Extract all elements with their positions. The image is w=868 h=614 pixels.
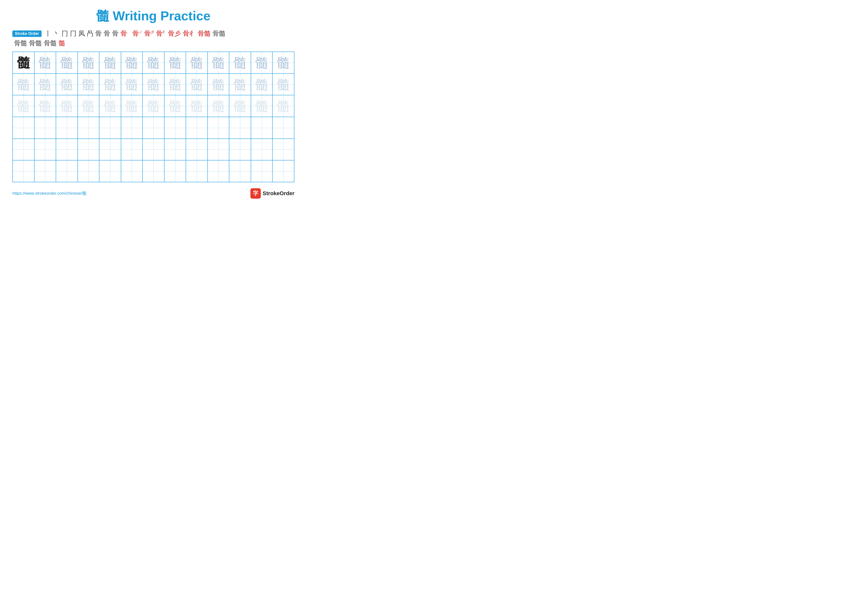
grid-cell[interactable] [56, 160, 78, 182]
grid-cell[interactable]: 髓 [143, 52, 164, 73]
grid-cell[interactable] [99, 160, 121, 182]
stroke-14: 骨⼺ [168, 30, 181, 37]
grid-cell[interactable] [251, 160, 273, 182]
footer-url[interactable]: https://www.strokeorder.com/chinese/髓 [12, 190, 86, 196]
grid-cell[interactable] [164, 139, 186, 160]
grid-cell[interactable]: 髓 [208, 95, 229, 117]
grid-cell[interactable] [99, 139, 121, 160]
grid-cell[interactable]: 髓 [164, 52, 186, 73]
grid-cell[interactable] [78, 160, 99, 182]
practice-char: 髓 [17, 78, 30, 91]
grid-cell[interactable] [34, 117, 56, 139]
stroke-1: ⼁ [45, 30, 51, 37]
grid-cell[interactable]: 髓 [34, 95, 56, 117]
grid-cell[interactable] [273, 117, 294, 139]
grid-cell[interactable] [12, 160, 34, 182]
grid-cell[interactable]: 髓 [56, 73, 78, 95]
grid-cell[interactable]: 髓 [186, 73, 208, 95]
grid-cell[interactable] [208, 139, 229, 160]
grid-cell[interactable] [78, 139, 99, 160]
grid-cell[interactable]: 髓 [12, 95, 34, 117]
grid-cell[interactable] [56, 117, 78, 139]
grid-cell[interactable] [99, 117, 121, 139]
grid-cell[interactable]: 髓 [164, 73, 186, 95]
grid-cell[interactable] [229, 160, 251, 182]
grid-cell[interactable]: 髓 [56, 95, 78, 117]
grid-cell[interactable]: 髓 [34, 52, 56, 73]
grid-cell[interactable] [34, 160, 56, 182]
grid-cell[interactable]: 髓 [56, 52, 78, 73]
title-section: 髓 Writing Practice [12, 8, 294, 25]
grid-cell[interactable] [78, 117, 99, 139]
grid-cell[interactable]: 髓 [251, 73, 273, 95]
grid-cell[interactable]: 髓 [251, 52, 273, 73]
grid-cell[interactable]: 髓 [164, 95, 186, 117]
grid-cell[interactable] [143, 160, 164, 182]
grid-cell[interactable]: 髓 [273, 73, 294, 95]
grid-cell[interactable] [229, 117, 251, 139]
practice-char: 髓 [169, 56, 181, 69]
grid-cell[interactable]: 髓 [78, 95, 99, 117]
stroke-3: 冂 [62, 30, 68, 37]
grid-cell[interactable]: 髓 [121, 52, 143, 73]
stroke-21: 髓 [59, 39, 65, 47]
grid-cell[interactable]: 髓 [186, 52, 208, 73]
grid-cell[interactable]: 髓 [121, 95, 143, 117]
grid-cell[interactable]: 髓 [229, 52, 251, 73]
practice-char: 髓 [147, 99, 160, 112]
grid-cell[interactable]: 髓 [273, 52, 294, 73]
stroke-16: 骨髓 [198, 30, 211, 37]
grid-cell[interactable]: 髓 [143, 95, 164, 117]
grid-cell[interactable]: 髓 [99, 73, 121, 95]
grid-cell[interactable] [121, 117, 143, 139]
grid-cell[interactable]: 髓 [208, 52, 229, 73]
grid-cell[interactable] [186, 139, 208, 160]
practice-char: 髓 [147, 56, 160, 69]
grid-cell[interactable] [143, 117, 164, 139]
grid-cell[interactable]: 髓 [251, 95, 273, 117]
practice-char: 髓 [104, 56, 116, 69]
footer-logo: 字 StrokeOrder [250, 188, 294, 199]
grid-cell[interactable]: 髓 [186, 95, 208, 117]
grid-cell[interactable] [208, 117, 229, 139]
grid-cell[interactable]: 髓 [12, 52, 34, 73]
grid-cell[interactable] [56, 139, 78, 160]
grid-cell[interactable] [143, 139, 164, 160]
grid-cell[interactable]: 髓 [78, 52, 99, 73]
grid-cell[interactable] [34, 139, 56, 160]
practice-char: 髓 [39, 56, 51, 69]
practice-char: 髓 [277, 56, 290, 69]
grid-cell[interactable] [229, 139, 251, 160]
grid-cell[interactable] [12, 139, 34, 160]
stroke-4: 冂 [70, 30, 76, 37]
practice-char: 髓 [234, 56, 246, 69]
grid-cell[interactable]: 髓 [99, 52, 121, 73]
grid-cell[interactable] [208, 160, 229, 182]
grid-cell[interactable] [186, 117, 208, 139]
grid-cell[interactable] [251, 139, 273, 160]
practice-char: 髓 [190, 78, 203, 91]
grid-cell[interactable] [186, 160, 208, 182]
grid-cell[interactable]: 髓 [99, 95, 121, 117]
grid-cell[interactable] [121, 139, 143, 160]
grid-cell[interactable] [273, 139, 294, 160]
grid-cell[interactable] [251, 117, 273, 139]
grid-cell[interactable]: 髓 [12, 73, 34, 95]
stroke-13: 骨⼻ [156, 30, 166, 37]
grid-cell[interactable]: 髓 [143, 73, 164, 95]
grid-cell[interactable]: 髓 [229, 73, 251, 95]
practice-char: 髓 [82, 78, 95, 91]
grid-cell[interactable]: 髓 [34, 73, 56, 95]
grid-cell[interactable] [164, 160, 186, 182]
grid-cell[interactable]: 髓 [208, 73, 229, 95]
practice-char: 髓 [60, 99, 73, 112]
grid-cell[interactable]: 髓 [121, 73, 143, 95]
grid-cell[interactable] [273, 160, 294, 182]
grid-cell[interactable]: 髓 [229, 95, 251, 117]
grid-cell[interactable]: 髓 [78, 73, 99, 95]
grid-cell[interactable] [164, 117, 186, 139]
grid-cell[interactable] [121, 160, 143, 182]
grid-cell[interactable]: 髓 [273, 95, 294, 117]
grid-cell[interactable] [12, 117, 34, 139]
stroke-8: 骨 [104, 30, 110, 37]
